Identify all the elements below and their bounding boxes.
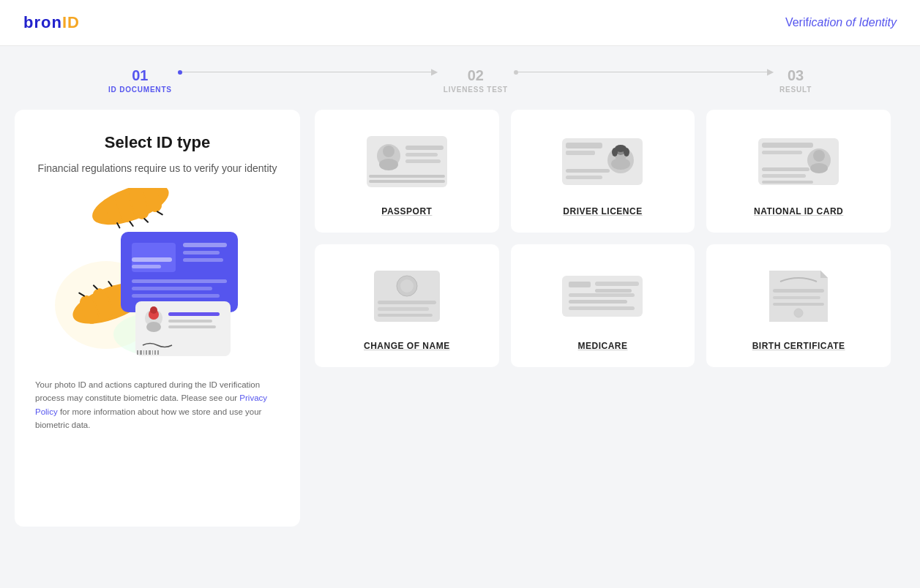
svg-rect-76 bbox=[762, 174, 806, 178]
select-id-subtitle: Financial regulations require us to veri… bbox=[38, 161, 277, 176]
svg-point-74 bbox=[810, 163, 828, 173]
privacy-text-part2: for more information about how we store … bbox=[35, 407, 261, 429]
national-id-label: NATIONAL ID CARD bbox=[754, 206, 843, 216]
step-connector-1: ▶ bbox=[172, 67, 444, 95]
passport-icon bbox=[359, 129, 455, 195]
id-cards-row-1: PASSPORT bbox=[315, 110, 891, 233]
svg-rect-46 bbox=[154, 350, 156, 355]
svg-point-80 bbox=[400, 279, 414, 293]
svg-rect-54 bbox=[405, 159, 441, 163]
svg-rect-56 bbox=[369, 180, 445, 183]
connector-line-2 bbox=[518, 72, 767, 72]
svg-rect-42 bbox=[143, 350, 144, 355]
svg-point-64 bbox=[624, 148, 629, 157]
svg-rect-88 bbox=[569, 293, 635, 297]
svg-rect-25 bbox=[183, 243, 227, 247]
svg-rect-87 bbox=[595, 289, 632, 293]
privacy-text: Your photo ID and actions captured durin… bbox=[35, 378, 280, 432]
birth-certificate-icon bbox=[751, 263, 846, 329]
svg-rect-89 bbox=[569, 300, 627, 304]
svg-rect-75 bbox=[762, 167, 809, 171]
connector-arrow-2: ▶ bbox=[767, 67, 774, 77]
svg-rect-70 bbox=[762, 143, 813, 148]
svg-point-34 bbox=[146, 322, 161, 332]
connector-line-1 bbox=[182, 72, 431, 72]
svg-rect-91 bbox=[773, 289, 824, 293]
birth-certificate-card[interactable]: BIRTH CERTIFICATE bbox=[706, 244, 891, 367]
svg-rect-47 bbox=[157, 350, 159, 355]
svg-rect-29 bbox=[132, 287, 212, 290]
svg-point-50 bbox=[383, 146, 394, 157]
svg-rect-40 bbox=[137, 350, 138, 355]
svg-rect-43 bbox=[146, 350, 147, 355]
privacy-text-part1: Your photo ID and actions captured durin… bbox=[35, 380, 260, 402]
main-content: Select ID type Financial regulations req… bbox=[0, 110, 920, 541]
change-of-name-card[interactable]: CHANGE OF NAME bbox=[315, 244, 499, 367]
driver-licence-icon bbox=[555, 129, 650, 195]
step-2-label: LIVENESS TEST bbox=[444, 86, 508, 94]
svg-rect-71 bbox=[762, 151, 802, 154]
change-of-name-label: CHANGE OF NAME bbox=[364, 341, 450, 351]
svg-rect-52 bbox=[405, 146, 444, 150]
svg-rect-55 bbox=[369, 175, 445, 178]
svg-rect-67 bbox=[566, 169, 610, 173]
left-panel: Select ID type Financial regulations req… bbox=[15, 110, 300, 527]
svg-rect-85 bbox=[569, 282, 591, 287]
select-id-title: Select ID type bbox=[105, 133, 210, 152]
app-header: bronID Verification of Identity bbox=[0, 0, 920, 46]
id-cards-row-2: CHANGE OF NAME MEDICARE bbox=[315, 244, 891, 367]
change-of-name-icon bbox=[359, 263, 455, 329]
step-3-label: RESULT bbox=[779, 86, 812, 94]
stepper: 01 ID DOCUMENTS ▶ 02 LIVENESS TEST ▶ 03 … bbox=[0, 46, 920, 110]
illustration-svg bbox=[48, 188, 267, 363]
step-1: 01 ID DOCUMENTS bbox=[108, 67, 172, 94]
birth-certificate-label: BIRTH CERTIFICATE bbox=[752, 341, 845, 351]
medicare-label: MEDICARE bbox=[577, 341, 627, 351]
logo-id-text: ID bbox=[62, 13, 80, 31]
passport-card[interactable]: PASSPORT bbox=[315, 110, 499, 233]
svg-rect-39 bbox=[168, 325, 216, 328]
svg-rect-28 bbox=[132, 279, 227, 283]
national-id-card[interactable]: NATIONAL ID CARD bbox=[706, 110, 891, 233]
connector-arrow-1: ▶ bbox=[431, 67, 438, 77]
svg-line-19 bbox=[130, 221, 132, 226]
svg-rect-86 bbox=[595, 282, 639, 286]
svg-line-18 bbox=[144, 218, 148, 223]
svg-rect-53 bbox=[405, 153, 438, 157]
svg-point-65 bbox=[612, 148, 618, 157]
step-connector-2: ▶ bbox=[508, 67, 779, 95]
step-3: 03 RESULT bbox=[779, 67, 812, 94]
svg-point-73 bbox=[813, 150, 825, 162]
svg-rect-59 bbox=[566, 151, 595, 155]
driver-licence-card[interactable]: DRIVER LICENCE bbox=[511, 110, 695, 233]
step-3-number: 03 bbox=[788, 67, 804, 84]
svg-rect-44 bbox=[149, 350, 151, 355]
svg-rect-90 bbox=[569, 306, 635, 310]
svg-point-51 bbox=[379, 159, 398, 170]
driver-licence-label: DRIVER LICENCE bbox=[563, 206, 642, 216]
svg-point-66 bbox=[611, 158, 630, 170]
national-id-icon bbox=[751, 129, 846, 195]
passport-label: PASSPORT bbox=[381, 206, 432, 216]
medicare-icon bbox=[555, 263, 650, 329]
id-illustration bbox=[48, 188, 267, 363]
svg-rect-68 bbox=[566, 176, 602, 179]
step-1-label: ID DOCUMENTS bbox=[108, 86, 172, 94]
step-1-number: 01 bbox=[132, 67, 148, 84]
svg-rect-93 bbox=[773, 303, 824, 306]
svg-rect-81 bbox=[378, 301, 436, 304]
svg-rect-92 bbox=[773, 296, 820, 299]
svg-rect-26 bbox=[183, 251, 220, 255]
svg-rect-41 bbox=[140, 350, 142, 355]
medicare-card[interactable]: MEDICARE bbox=[511, 244, 695, 367]
step-2: 02 LIVENESS TEST bbox=[444, 67, 508, 94]
svg-point-94 bbox=[794, 309, 803, 317]
page-title: Verification of Identity bbox=[785, 16, 897, 29]
header-title-italic: ication of Identity bbox=[809, 16, 897, 29]
svg-rect-24 bbox=[132, 265, 161, 268]
svg-rect-58 bbox=[566, 143, 602, 148]
app-logo: bronID bbox=[23, 13, 80, 32]
svg-rect-82 bbox=[378, 307, 429, 311]
svg-rect-27 bbox=[183, 258, 223, 262]
logo-bron-text: bron bbox=[23, 13, 62, 31]
